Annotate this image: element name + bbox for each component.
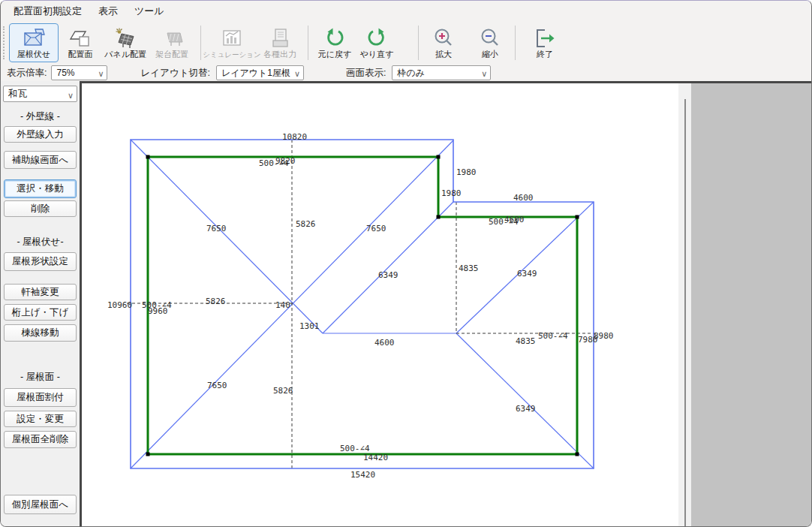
panel-layout-button[interactable]: パネル配置 — [102, 23, 149, 62]
dimension-label: 5826 — [296, 219, 316, 229]
undo-icon — [323, 26, 346, 50]
vertical-scrollbar[interactable] — [678, 83, 691, 527]
toolbar-grip[interactable] — [3, 26, 7, 59]
dimension-label: 1980 — [441, 188, 462, 198]
roof-plan-icon — [23, 26, 45, 50]
ridge-move-button[interactable]: 棟線移動 — [4, 324, 77, 342]
mount-layout-icon — [161, 26, 183, 50]
toolbar-button-label: パネル配置 — [104, 50, 146, 59]
wall-corner-dot — [146, 453, 150, 456]
dimension-label: 6349 — [517, 269, 537, 279]
app-window: 配置面初期設定 表示 ツール 屋根伏せ 配置面 — [0, 0, 812, 527]
zoom-out-button[interactable]: 縮小 — [471, 23, 510, 62]
redo-icon — [365, 26, 388, 50]
toolbar-button-label: 屋根伏せ — [17, 50, 50, 59]
roof-face-assign-button[interactable]: 屋根面割付 — [4, 388, 77, 407]
dimension-label: 5826 — [206, 297, 226, 306]
workspace-background — [691, 83, 812, 527]
wall-line-input-button[interactable]: 外壁線入力 — [4, 126, 77, 143]
zoom-in-icon — [432, 26, 455, 50]
dimension-label: 4600 — [504, 215, 525, 224]
section-wall-line: - 外壁線 - — [3, 110, 77, 123]
layout-switch-value: レイアウト1屋根 — [221, 68, 290, 78]
wall-corner-dot — [576, 215, 579, 219]
roof-hip-line — [456, 333, 594, 468]
simulation-button[interactable]: シミュレーション — [206, 23, 257, 62]
menu-item-layout-init[interactable]: 配置面初期設定 — [5, 2, 90, 21]
chevron-down-icon: ∨ — [481, 67, 487, 80]
dimension-label: 7650 — [366, 224, 386, 233]
dimension-label: 1980 — [456, 167, 477, 177]
select-move-button[interactable]: 選択・移動 — [4, 179, 77, 198]
toolbar-button-label: やり直す — [360, 50, 394, 59]
zoom-in-button[interactable]: 拡大 — [424, 23, 463, 62]
placement-plane-button[interactable]: 配置面 — [59, 23, 102, 62]
dimension-label: 1301 — [299, 321, 320, 331]
roof-eave-outline — [131, 140, 594, 468]
roof-material-select[interactable]: 和瓦 ∨ — [3, 86, 77, 102]
menu-item-view[interactable]: 表示 — [90, 2, 126, 21]
roof-plan-button[interactable]: 屋根伏せ — [9, 23, 59, 62]
dimension-label: 500-∠4 — [538, 331, 568, 341]
dimension-label: 4600 — [513, 193, 534, 203]
exit-icon — [534, 26, 556, 50]
zoom-ratio-select[interactable]: 75% ∨ — [51, 65, 107, 80]
scrollbar-thumb[interactable] — [684, 99, 686, 527]
roof-hip-line — [323, 202, 453, 333]
chevron-down-icon: ∨ — [68, 88, 74, 103]
output-button[interactable]: 各種出力 — [257, 23, 302, 62]
canvas-region: 10820500-∠49820198019804600500-∠44600765… — [80, 81, 812, 527]
toolbar-button-label: 拡大 — [435, 50, 452, 59]
display-mode-value: 枠のみ — [397, 68, 425, 78]
toolbar-separator — [308, 26, 308, 60]
placement-plane-icon — [69, 26, 92, 50]
toolbar-button-label: 各種出力 — [263, 50, 296, 59]
dimension-label: 14420 — [363, 453, 388, 462]
toolbar-separator — [418, 26, 419, 60]
wall-corner-dot — [437, 215, 441, 219]
dimension-label: 15420 — [350, 470, 375, 480]
mount-layout-button[interactable]: 架台配置 — [149, 23, 195, 62]
toolbar-separator — [200, 26, 201, 60]
dimension-label: 9960 — [148, 306, 168, 316]
delete-button[interactable]: 削除 — [4, 200, 77, 217]
section-roof-face: - 屋根面 - — [3, 371, 77, 384]
dimension-label: 8980 — [594, 331, 614, 341]
simulation-icon — [221, 26, 243, 50]
wall-corner-dot — [576, 453, 579, 456]
dimension-label: 10960 — [107, 300, 132, 310]
chevron-down-icon: ∨ — [98, 67, 104, 80]
setting-change-button[interactable]: 設定・変更 — [4, 411, 77, 427]
dimension-label: 4835 — [516, 336, 536, 346]
dimension-label: 6349 — [378, 270, 398, 280]
zoom-ratio-label: 表示倍率: — [7, 67, 47, 80]
toolbar-button-label: 配置面 — [68, 50, 93, 59]
girder-up-down-button[interactable]: 桁上げ・下げ — [4, 304, 77, 321]
display-mode-select[interactable]: 枠のみ ∨ — [392, 65, 491, 80]
chevron-down-icon: ∨ — [294, 67, 300, 80]
exit-button[interactable]: 終了 — [525, 23, 564, 62]
toolbar-button-label: シミュレーション — [203, 50, 261, 59]
dimension-label: 7650 — [207, 381, 227, 390]
eave-change-button[interactable]: 軒袖変更 — [4, 284, 77, 300]
roof-material-value: 和瓦 — [8, 89, 27, 99]
layout-switch-select[interactable]: レイアウト1屋根 ∨ — [216, 65, 304, 80]
sidebar: 和瓦 ∨ - 外壁線 - 外壁線入力 補助線画面へ 選択・移動 削除 - 屋根伏… — [1, 81, 80, 527]
drawing-canvas[interactable]: 10820500-∠49820198019804600500-∠44600765… — [80, 83, 678, 527]
panel-layout-icon — [114, 26, 137, 50]
menu-item-tools[interactable]: ツール — [126, 2, 173, 21]
redo-button[interactable]: やり直す — [356, 23, 398, 62]
roof-face-delete-all-button[interactable]: 屋根面全削除 — [4, 431, 77, 448]
individual-roof-face-button[interactable]: 個別屋根面へ — [4, 495, 77, 514]
dimension-label: 4600 — [374, 338, 395, 348]
wall-corner-dot — [146, 155, 150, 159]
aux-line-screen-button[interactable]: 補助線画面へ — [4, 151, 77, 169]
undo-button[interactable]: 元に戻す — [314, 23, 356, 62]
roof-shape-setting-button[interactable]: 屋根形状設定 — [4, 252, 77, 271]
dimension-label: 6349 — [516, 404, 536, 414]
output-icon — [269, 26, 291, 50]
toolbar-separator — [515, 26, 516, 60]
menu-bar: 配置面初期設定 表示 ツール — [1, 1, 811, 21]
toolbar-button-label: 元に戻す — [318, 50, 352, 59]
zoom-ratio-value: 75% — [56, 68, 74, 78]
